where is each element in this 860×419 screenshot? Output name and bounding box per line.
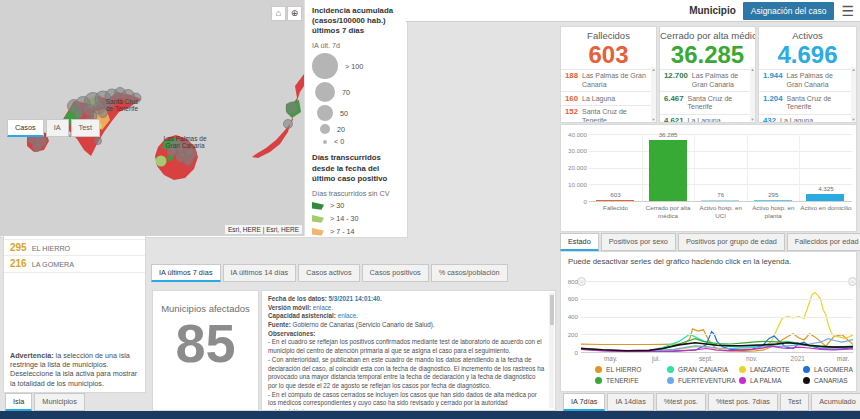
stat-card-row[interactable]: 1.204Santa Cruz de Tenerife	[759, 91, 856, 114]
tab-left-1[interactable]: Municipios	[34, 393, 84, 411]
bar-3[interactable]	[754, 200, 792, 201]
legend-days-subtitle: Días trascurridos sin CV	[312, 189, 399, 198]
tab-map-0[interactable]: IA últimos 7 días	[151, 264, 221, 282]
island-value: 295	[10, 242, 27, 253]
bar-value-label: 295	[747, 191, 800, 198]
legend-days-swatch	[312, 214, 324, 223]
line-y-tick-label: 200	[561, 331, 578, 338]
stat-card-row[interactable]: 152Santa Cruz de Tenerife	[561, 105, 656, 123]
tab-bar-2[interactable]: Positivos por grupo de edad	[678, 233, 785, 251]
bar-1[interactable]	[649, 140, 687, 201]
legend-item-la-gomera[interactable]: LA GOMERA	[803, 366, 851, 373]
legend-item-lanzarote[interactable]: LANZAROTE	[739, 366, 803, 373]
legend-size-classes: > 100705020< 0	[312, 53, 399, 146]
stat-row-name: Las Palmas de Gran Canaria	[582, 72, 648, 90]
stat-card-row[interactable]: 1.944Las Palmas de Gran Canaria	[759, 69, 856, 92]
fecha-label: Fecha de los datos:	[268, 295, 327, 302]
tab-map-1[interactable]: IA últimos 14 días	[223, 264, 297, 282]
map-home-button[interactable]: ⌂	[271, 6, 286, 21]
tab-bar-0[interactable]: Estado	[560, 233, 599, 251]
tab-map-3[interactable]: Casos positivos	[362, 264, 429, 282]
legend-dot	[803, 377, 810, 384]
stat-card-row[interactable]: 12.700Las Palmas de Gran Canaria	[660, 69, 755, 92]
legend-size-circle	[315, 82, 335, 102]
data-info-panel: Fecha de los datos: 5/3/2021 14:01:40. V…	[261, 290, 556, 411]
tab-positives-2[interactable]: Test	[71, 119, 100, 137]
legend-dot	[595, 377, 602, 384]
legend-item-tenerife[interactable]: TENERIFE	[595, 377, 667, 384]
tab-map-2[interactable]: Casos activos	[298, 264, 359, 282]
map-region-lightgreen[interactable]	[156, 156, 167, 167]
stat-card-row[interactable]: 6.467Santa Cruz de Tenerife	[660, 91, 755, 114]
footer-bar	[0, 411, 860, 419]
legend-item-canarias[interactable]: CANARIAS	[803, 377, 851, 384]
legend-days-row: > 14 - 30	[312, 214, 399, 223]
tab-line-2[interactable]: %test pos.	[656, 393, 706, 411]
bar-4[interactable]	[806, 194, 844, 201]
stat-card-title: Fallecidos	[561, 30, 656, 41]
tab-line-4[interactable]: Test	[780, 393, 809, 411]
legend-dot	[667, 377, 674, 384]
assign-case-button[interactable]: Asignación del caso	[743, 2, 835, 20]
tab-bar-1[interactable]: Positivos por sexo	[601, 233, 676, 251]
tab-bar-3[interactable]: Fallecidos por edad y sexo	[787, 233, 860, 251]
island-municipio-tabs: IslaMunicipios	[5, 393, 85, 411]
stat-card-0: Fallecidos603188Las Palmas de Gran Canar…	[560, 26, 657, 123]
island-row[interactable]: 216LA GOMERA	[4, 256, 145, 273]
bar-value-label: 4.325	[799, 185, 852, 192]
legend-item-gran-canaria[interactable]: GRAN CANARIA	[667, 366, 739, 373]
island-row[interactable]: 295EL HIERRO	[4, 240, 145, 257]
stat-row-value: 4.621	[664, 116, 684, 123]
tab-line-3[interactable]: %test pos. 7días	[708, 393, 778, 411]
hamburger-menu-icon[interactable]: ☰	[841, 4, 854, 18]
bar-0[interactable]	[596, 200, 634, 201]
line-x-tick-label: jul.	[652, 355, 660, 362]
dashboard: COVID-19 Canarias Municipio Asignación d…	[0, 0, 860, 419]
bar-2[interactable]	[701, 200, 739, 201]
line-x-tick-label: 2021	[791, 355, 805, 362]
bar-category-label: Activo en domicilio	[799, 204, 852, 212]
version-link[interactable]: enlace.	[313, 304, 333, 311]
stat-card-title: Activos	[759, 30, 856, 41]
tab-line-5[interactable]: Acumulado	[811, 393, 860, 411]
tab-line-0[interactable]: IA 7días	[563, 393, 605, 411]
legend-item-fuerteventura[interactable]: FUERTEVENTURA	[667, 377, 739, 384]
legend-size-row: 20	[312, 124, 399, 134]
legend-size-circle	[320, 124, 330, 134]
legend-days-row: > 7 - 14	[312, 227, 399, 236]
legend-size-row: > 100	[312, 53, 399, 79]
map-island-fuerteventura[interactable]	[252, 74, 304, 158]
legend-item-el-hierro[interactable]: EL HIERRO	[595, 366, 667, 373]
legend-size-subtitle: IA últ. 7d	[312, 41, 399, 50]
tab-map-4[interactable]: % casos/población	[431, 264, 508, 282]
tab-left-0[interactable]: Isla	[5, 393, 32, 411]
tab-positives-0[interactable]: Casos	[7, 119, 44, 137]
info-scrollbar[interactable]	[549, 293, 554, 408]
legend-dot	[595, 366, 602, 373]
map-legend-panel: Incidencia acumulada (casos/100000 hab.)…	[304, 0, 406, 236]
stat-card-row[interactable]: 432La Laguna	[759, 114, 856, 123]
tab-positives-1[interactable]: IA	[46, 119, 69, 137]
stat-card-row[interactable]: 188Las Palmas de Gran Canaria	[561, 69, 656, 92]
stat-card-row[interactable]: 4.621La Laguna	[660, 114, 755, 123]
fecha-value: 5/3/2021 14:01:40.	[327, 295, 382, 302]
legend-item-la-palma[interactable]: LA PALMA	[739, 377, 803, 384]
map-canvas[interactable]: Guía de Isora Santa Cruzde Tenerife Las …	[0, 0, 304, 236]
stat-card-value: 4.696	[759, 41, 856, 69]
bar-y-tick-label: 20.000	[563, 164, 587, 171]
bar-value-label: 36.285	[642, 131, 695, 138]
version-label: Versión móvil:	[268, 304, 311, 311]
stat-card-scrollbar[interactable]: ▲▼	[750, 67, 755, 122]
stat-card-row[interactable]: 160La Laguna	[561, 91, 656, 105]
status-bar-chart-panel: 40.00030.00020.00010.0000 603Fallecido36…	[560, 124, 857, 232]
tab-line-1[interactable]: IA 14días	[607, 393, 653, 411]
observaciones-bullets: - En el cuadro se reflejan los positivos…	[268, 338, 545, 411]
stat-card-value: 36.285	[660, 41, 755, 69]
line-gridline	[581, 281, 853, 282]
capacidad-link[interactable]: enlace.	[338, 312, 358, 319]
legend-days-swatch	[312, 227, 324, 236]
map-basemap-button[interactable]: ⊕	[287, 6, 302, 21]
bar-chart-plot: 603Fallecido36.285Cerrado por alta médic…	[589, 134, 852, 201]
stat-card-scrollbar[interactable]: ▲▼	[851, 67, 856, 122]
stat-card-scrollbar[interactable]: ▲▼	[651, 67, 656, 122]
